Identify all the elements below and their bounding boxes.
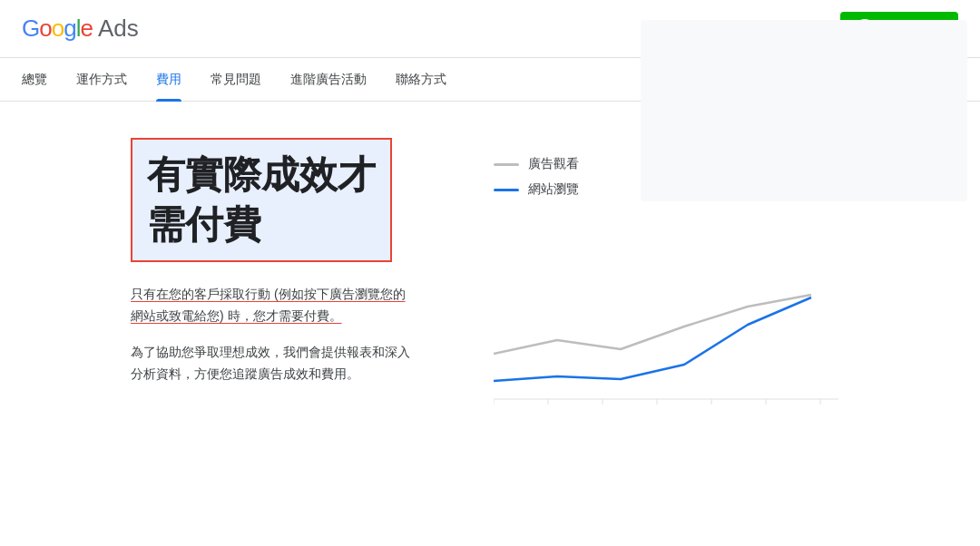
- nav-item-how-it-works[interactable]: 運作方式: [76, 59, 127, 101]
- main-heading: 有實際成效才需付費: [147, 151, 376, 249]
- google-logo: Google: [22, 15, 93, 43]
- logo-letter-g: G: [22, 15, 39, 42]
- nav-item-advanced[interactable]: 進階廣告活動: [290, 59, 367, 101]
- legend-gray-label: 廣告觀看: [528, 156, 579, 172]
- main-content: 有實際成效才需付費 只有在您的客戶採取行動 (例如按下廣告瀏覽您的網站或致電給您…: [0, 102, 980, 446]
- right-content: 廣告觀看 網站瀏覽: [494, 138, 958, 428]
- left-content: 有實際成效才需付費 只有在您的客戶採取行動 (例如按下廣告瀏覽您的網站或致電給您…: [22, 138, 457, 428]
- legend-item-gray: 廣告觀看: [494, 156, 958, 172]
- nav-item-contact[interactable]: 聯絡方式: [396, 59, 446, 101]
- logo-letter-o1: o: [39, 15, 51, 42]
- description-paragraph-2: 為了協助您爭取理想成效，我們會提供報表和深入分析資料，方便您追蹤廣告成效和費用。: [131, 342, 439, 385]
- logo-letter-o2: o: [52, 15, 64, 42]
- nav-item-faq[interactable]: 常見問題: [211, 59, 261, 101]
- legend-blue-line: [494, 189, 519, 191]
- legend-item-blue: 網站瀏覽: [494, 181, 958, 198]
- legend-gray-line: [494, 163, 519, 166]
- chart-container: 廣告觀看 網站瀏覽: [494, 138, 958, 428]
- chart-svg: [494, 209, 838, 408]
- chart-blue-line: [494, 297, 811, 381]
- legend-blue-label: 網站瀏覽: [528, 181, 579, 198]
- ads-label: Ads: [98, 15, 139, 43]
- chart-gray-line: [494, 295, 811, 354]
- nav-item-overview[interactable]: 總覽: [22, 59, 47, 101]
- chart-svg-wrapper: [494, 209, 838, 408]
- logo-letter-g2: g: [64, 15, 75, 42]
- chart-legend: 廣告觀看 網站瀏覽: [494, 156, 958, 198]
- logo-area: Google Ads: [22, 15, 139, 43]
- logo-letter-e: e: [80, 15, 92, 42]
- nav-item-cost[interactable]: 費用: [156, 59, 181, 101]
- description-paragraph-1: 只有在您的客戶採取行動 (例如按下廣告瀏覽您的網站或致電給您) 時，您才需要付費…: [131, 284, 439, 327]
- heading-highlight-box: 有實際成效才需付費: [131, 138, 392, 262]
